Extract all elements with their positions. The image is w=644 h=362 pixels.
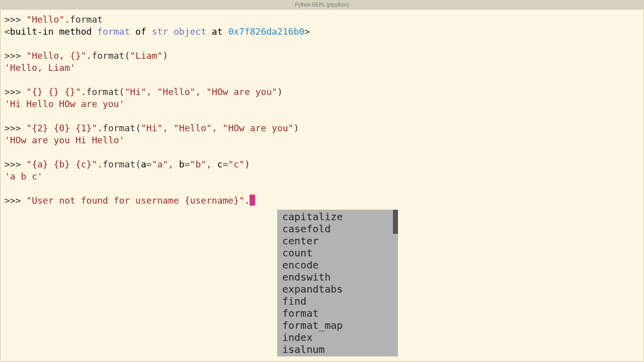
code-token: , xyxy=(163,123,174,133)
code-token: . xyxy=(97,159,103,169)
repl-current-input[interactable]: >>> "User not found for username {userna… xyxy=(5,195,639,207)
code-token: a xyxy=(141,159,146,169)
code-token: built-in method xyxy=(10,26,97,37)
completion-item[interactable]: capitalize xyxy=(282,211,398,223)
code-token: "HOw are you" xyxy=(223,123,294,133)
code-token: b xyxy=(179,159,185,169)
code-token: str xyxy=(152,26,169,37)
code-token: , xyxy=(195,86,206,97)
completion-item[interactable]: index xyxy=(282,331,398,343)
repl-input-line: >>> "{a} {b} {c}".format(a="a", b="b", c… xyxy=(5,158,639,170)
code-token: . xyxy=(97,123,103,133)
code-token: "Hello" xyxy=(26,14,64,25)
completion-item[interactable]: center xyxy=(282,235,398,247)
code-token: at xyxy=(206,26,228,37)
code-token: ( xyxy=(119,86,125,97)
code-token: = xyxy=(146,159,152,169)
repl-prompt: >>> xyxy=(5,195,26,206)
code-token: 'Hello, Liam' xyxy=(5,62,75,73)
completion-item[interactable]: format xyxy=(282,307,398,319)
code-token: , xyxy=(206,159,217,169)
code-token: > xyxy=(304,26,310,37)
code-token: "b" xyxy=(190,159,207,169)
blank-line xyxy=(5,183,639,195)
completion-item[interactable]: endswith xyxy=(282,271,398,283)
code-token: format xyxy=(87,86,119,97)
code-token: c xyxy=(217,159,223,169)
code-token: , xyxy=(168,159,179,169)
code-token: ) xyxy=(293,123,299,133)
repl-output-line: <built-in method format of str object at… xyxy=(5,26,639,38)
code-token: ) xyxy=(277,86,283,97)
code-token: format xyxy=(97,26,130,37)
repl-prompt: >>> xyxy=(5,86,26,97)
completion-item[interactable]: find xyxy=(282,295,398,307)
code-token: ) xyxy=(245,159,250,169)
code-token: "Hi" xyxy=(141,123,163,133)
code-token: format xyxy=(103,159,135,169)
code-token: "{2} {0} {1}" xyxy=(26,123,97,133)
code-token: format xyxy=(103,123,135,133)
cursor xyxy=(250,195,255,206)
completion-item[interactable]: count xyxy=(282,247,398,259)
blank-line xyxy=(5,110,639,122)
repl-prompt: >>> xyxy=(5,50,26,61)
code-token: 'Hi Hello HOw are you' xyxy=(5,99,124,109)
code-token: "User not found for username {username}" xyxy=(26,195,244,206)
repl-prompt: >>> xyxy=(5,159,26,169)
repl-prompt: >>> xyxy=(5,14,26,25)
repl-output-line: 'a b c' xyxy=(5,170,639,183)
code-token: ( xyxy=(135,159,141,169)
repl-area[interactable]: >>> "Hello".format<built-in method forma… xyxy=(0,9,644,362)
code-token: "{} {} {}" xyxy=(26,86,80,97)
completion-item[interactable]: format_map xyxy=(282,319,398,331)
blank-line xyxy=(5,74,639,86)
code-token: . xyxy=(64,14,70,25)
code-token: 'a b c' xyxy=(5,171,43,182)
repl-output-line: 'Hi Hello HOw are you' xyxy=(5,98,639,110)
repl-output-line: 'Hello, Liam' xyxy=(5,62,639,74)
code-token: = xyxy=(223,159,228,169)
code-token: "Hello, {}" xyxy=(26,50,86,61)
code-token: "c" xyxy=(228,159,245,169)
code-token: "HOw are you" xyxy=(206,86,277,97)
code-token xyxy=(168,26,174,37)
completion-scrollbar[interactable] xyxy=(393,210,398,234)
code-token: = xyxy=(185,159,190,169)
blank-line xyxy=(5,146,639,158)
repl-input-line: >>> "Hello".format xyxy=(5,14,639,26)
code-token: < xyxy=(5,26,10,37)
completion-item[interactable]: expandtabs xyxy=(282,283,398,295)
repl-input-line: >>> "Hello, {}".format("Liam") xyxy=(5,50,639,62)
window-title: Python REPL (ptpython) xyxy=(295,2,349,8)
window: Python REPL (ptpython) >>> "Hello".forma… xyxy=(0,0,644,362)
blank-line xyxy=(5,38,639,50)
code-token: ( xyxy=(135,123,141,133)
code-token: . xyxy=(81,86,87,97)
completion-popup[interactable]: capitalizecasefoldcentercountencodeendsw… xyxy=(277,210,398,356)
code-token: ( xyxy=(124,50,130,61)
repl-prompt: >>> xyxy=(5,123,26,133)
code-token: format xyxy=(70,14,103,25)
repl-input-line: >>> "{2} {0} {1}".format("Hi", "Hello", … xyxy=(5,122,639,134)
code-token: object xyxy=(174,26,206,37)
code-token: 'HOw are you Hi Hello' xyxy=(5,135,124,145)
code-token: "{a} {b} {c}" xyxy=(26,159,97,169)
code-token: 0x7f826da216b0 xyxy=(228,26,304,37)
code-token: "a" xyxy=(152,159,169,169)
code-token: of xyxy=(130,26,151,37)
code-token: format xyxy=(92,50,124,61)
window-titlebar: Python REPL (ptpython) xyxy=(0,0,644,9)
repl-output-line: 'HOw are you Hi Hello' xyxy=(5,134,639,146)
code-token: , xyxy=(146,86,157,97)
code-token: ) xyxy=(163,50,168,61)
completion-item[interactable]: isalnum xyxy=(282,343,398,355)
completion-item[interactable]: encode xyxy=(282,259,398,271)
code-token: "Hello" xyxy=(157,86,196,97)
code-token: . xyxy=(87,50,92,61)
code-token: "Liam" xyxy=(130,50,163,61)
code-token: "Hi" xyxy=(124,86,146,97)
completion-item[interactable]: casefold xyxy=(282,223,398,235)
code-token: "Hello" xyxy=(174,123,212,133)
code-token: , xyxy=(212,123,223,133)
